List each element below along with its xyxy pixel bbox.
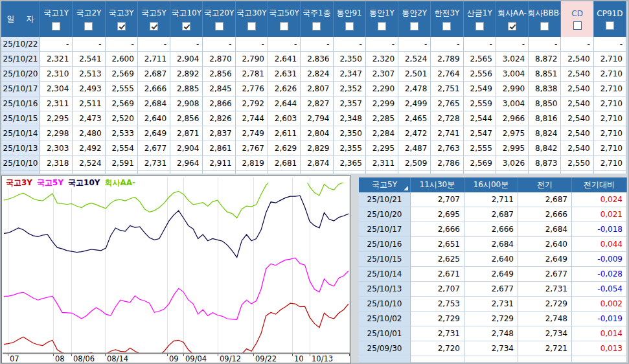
yield-cell: 2,687 (138, 67, 170, 82)
quote-row[interactable]: 25/10/212,7072,7112,6870,024 (359, 192, 627, 207)
column-header-15[interactable]: 회사BBB- (529, 1, 561, 37)
column-checkbox-14[interactable] (508, 22, 516, 30)
quote-row[interactable]: 25/10/132,7072,6772,731-0,054 (359, 282, 627, 297)
quote-cell: 2,677 (464, 282, 518, 297)
column-header-10[interactable]: 통안1Y (366, 1, 398, 37)
quote-row[interactable]: 25/10/202,6952,6872,6660,021 (359, 207, 627, 222)
column-header-11[interactable]: 통안2Y (398, 1, 431, 37)
quote-row[interactable]: 25/10/162,6512,6842,6400,044 (359, 237, 627, 252)
yield-cell: 2,765 (431, 97, 463, 111)
yield-cell: 2,990 (496, 82, 529, 97)
column-header-0[interactable]: 국고1Y (40, 1, 73, 37)
quote-column-header-3[interactable]: 전기 (518, 177, 572, 192)
quote-cell: 2,748 (518, 312, 572, 326)
table-row[interactable]: 25/10/22------------------ (1, 37, 626, 52)
yield-cell: 2,781 (236, 67, 268, 82)
quote-cell: 2,721 (518, 341, 572, 356)
column-checkbox-2[interactable] (117, 22, 126, 30)
column-header-14[interactable]: 회사AA- (496, 1, 529, 37)
column-header-9[interactable]: 통안91 (334, 1, 366, 37)
column-header-3[interactable]: 국고5Y (138, 1, 170, 37)
table-row[interactable]: 25/10/212,3212,5412,6002,7112,9042,8702,… (1, 52, 626, 67)
yield-cell: 2,284 (366, 126, 398, 141)
table-row[interactable]: 25/10/102,3182,5242,5912,7312,9642,9112,… (1, 156, 626, 171)
yield-cell: 2,826 (203, 111, 235, 126)
column-header-8[interactable]: 국주1종 (301, 1, 333, 37)
quote-cell: 2,684 (464, 237, 518, 252)
column-header-6[interactable]: 국고30Y (236, 1, 268, 37)
column-header-16[interactable]: CD (561, 1, 593, 37)
table-row[interactable]: 25/10/162,3112,5112,5692,6842,9082,8662,… (1, 97, 626, 111)
quote-date: 25/10/21 (359, 192, 411, 207)
yield-cell: 2,365 (334, 156, 366, 171)
column-checkbox-16[interactable] (573, 21, 582, 30)
column-header-17[interactable]: CP91D (594, 1, 626, 37)
column-checkbox-8[interactable] (312, 22, 321, 30)
column-checkbox-5[interactable] (215, 22, 223, 30)
quote-column-header-0[interactable]: 국고5Y (359, 177, 411, 192)
quote-cell: 2,649 (464, 267, 518, 282)
yield-cell (398, 171, 431, 174)
yield-cell: 2,836 (301, 52, 333, 67)
daily-yield-table-body: 25/10/22------------------25/10/212,3212… (1, 37, 626, 174)
table-row[interactable]: 25/10/202,3102,5132,5692,6872,8922,8562,… (1, 67, 626, 82)
quote-cell: 2,707 (411, 282, 464, 297)
column-header-label: 통안2Y (402, 8, 427, 19)
quote-row[interactable]: 25/10/172,6662,6662,684-0,018 (359, 222, 627, 237)
column-header-4[interactable]: 국고10Y (170, 1, 203, 37)
column-header-7[interactable]: 국고50Y (268, 1, 301, 37)
date-column-header: 일 자 (1, 1, 40, 37)
yield-cell: 2,640 (138, 111, 170, 126)
column-checkbox-7[interactable] (280, 22, 288, 30)
column-checkbox-9[interactable] (345, 22, 354, 30)
quote-row[interactable]: 25/10/102,7532,7312,7290,002 (359, 297, 627, 312)
yield-cell: 2,763 (431, 141, 463, 156)
quote-row[interactable]: 25/10/152,6252,6402,649-0,009 (359, 252, 627, 267)
column-checkbox-6[interactable] (247, 22, 256, 30)
table-row[interactable]: 25/10/152,2952,4732,5202,6402,8562,8262,… (1, 111, 626, 126)
column-header-1[interactable]: 국고2Y (73, 1, 105, 37)
yield-cell: 2,311 (40, 97, 73, 111)
quote-column-header-1[interactable]: 11시30분 (411, 177, 464, 192)
column-checkbox-10[interactable] (378, 22, 386, 30)
quote-column-header-4[interactable]: 전기대비 (572, 177, 627, 192)
column-checkbox-17[interactable] (606, 21, 614, 30)
quote-cell: 2,707 (411, 192, 464, 207)
yield-cell: 2,611 (268, 126, 301, 141)
column-checkbox-1[interactable] (84, 22, 93, 30)
quote-cell: 2,666 (518, 207, 572, 222)
column-header-2[interactable]: 국고3Y (106, 1, 138, 37)
yield-cell: - (40, 37, 73, 52)
yield-cell (301, 171, 333, 174)
quote-row[interactable]: 25/10/022,7292,7292,748-0,019 (359, 312, 627, 326)
table-row[interactable]: 25/10/172,3042,4932,5552,6662,8852,8452,… (1, 82, 626, 97)
table-row[interactable]: 25/10/142,2982,4802,5332,6492,8712,8372,… (1, 126, 626, 141)
yield-cell: 2,554 (106, 141, 138, 156)
column-checkbox-15[interactable] (540, 22, 549, 30)
yield-cell: 2,520 (106, 111, 138, 126)
quote-row[interactable]: 25/09/302,7202,7342,7210,013 (359, 341, 627, 356)
quote-column-header-2[interactable]: 16시00분 (464, 177, 518, 192)
column-checkbox-11[interactable] (410, 22, 418, 30)
column-header-12[interactable]: 한전3Y (431, 1, 463, 37)
column-checkbox-13[interactable] (475, 22, 484, 30)
quote-header-row: 국고5Y11시30분16시00분전기전기대비 (359, 177, 627, 192)
column-checkbox-3[interactable] (150, 22, 158, 30)
yield-cell: 2,533 (106, 126, 138, 141)
column-header-5[interactable]: 국고20Y (203, 1, 235, 37)
yield-cell: 2,975 (496, 126, 529, 141)
yield-cell: 2,591 (106, 156, 138, 171)
quote-row[interactable]: 25/10/142,6712,6492,677-0,028 (359, 267, 627, 282)
yield-chart-panel: 070808/0608/140909/0409/1209/221010/131 … (1, 176, 351, 363)
column-checkbox-0[interactable] (52, 22, 60, 30)
column-checkbox-4[interactable] (182, 22, 190, 30)
yield-cell: 2,569 (106, 67, 138, 82)
column-header-13[interactable]: 산금1Y (464, 1, 496, 37)
yield-cell: - (431, 37, 463, 52)
yield-cell: 2,555 (106, 82, 138, 97)
quote-cell (572, 356, 627, 363)
quote-row[interactable]: 25/10/012,7312,7482,7340,014 (359, 326, 627, 341)
yield-cell: 2,728 (431, 111, 463, 126)
table-row[interactable]: 25/10/132,3032,4922,5542,6772,9042,8612,… (1, 141, 626, 156)
column-checkbox-12[interactable] (442, 22, 451, 30)
